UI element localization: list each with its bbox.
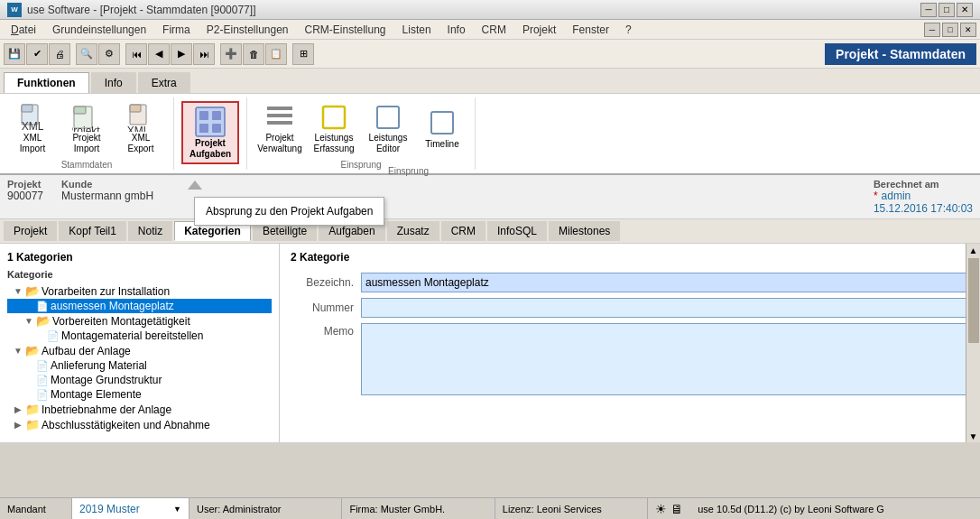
right-panel: 2 Kategorie Bezeichn. Nummer Memo: [280, 244, 980, 442]
tab-zusatz[interactable]: Zusatz: [387, 221, 439, 241]
stammdaten-label: Stammdaten: [61, 158, 113, 170]
menu-info[interactable]: Info: [440, 22, 473, 38]
folder-icon2: 📂: [36, 314, 51, 328]
folder-icon4: 📁: [25, 403, 40, 416]
tree-item-inbetriebnahme[interactable]: ▶ 📁 Inbetriebnahme der Anlage: [7, 402, 272, 417]
memo-textarea[interactable]: [361, 323, 969, 395]
menu-crmeinstellung[interactable]: CRM-Einstellung: [298, 22, 393, 38]
svg-rect-17: [323, 107, 345, 128]
svg-rect-16: [267, 121, 292, 125]
tree-item-vorarbeiten[interactable]: ▼ 📂 Vorarbeiten zur Installation: [7, 283, 272, 299]
menu-datei[interactable]: Datei: [4, 22, 43, 38]
tab-milestones[interactable]: Milestones: [549, 221, 620, 241]
toolbar-max-button[interactable]: □: [942, 23, 958, 37]
tab-crm[interactable]: CRM: [441, 221, 485, 241]
mandant-dropdown-icon[interactable]: ▼: [173, 505, 181, 514]
tb-print[interactable]: 🖨: [49, 43, 70, 65]
menu-listen[interactable]: Listen: [395, 22, 439, 38]
tree-item-aufbau[interactable]: ▼ 📂 Aufbau der Anlage: [7, 343, 272, 358]
tree-label: Kategorie: [7, 269, 272, 280]
user-value: User: Administrator: [190, 498, 342, 519]
tb-search[interactable]: 🔍: [76, 43, 97, 65]
expand-vorarbeiten[interactable]: ▼: [13, 286, 23, 297]
btn-projekt-verwaltung[interactable]: Projekt Verwaltung: [254, 99, 305, 157]
star: *: [874, 190, 878, 202]
maximize-button[interactable]: □: [938, 3, 955, 17]
svg-text:XML: XML: [22, 120, 44, 132]
bezeichn-input[interactable]: [361, 273, 969, 292]
tb-prev[interactable]: ◀: [148, 43, 170, 65]
tab-infosql[interactable]: InfoSQL: [487, 221, 547, 241]
btn-timeline[interactable]: Timeline: [417, 99, 467, 157]
btn-xml-import[interactable]: XML XML Import: [7, 99, 58, 157]
projekt-label: Projekt: [7, 179, 43, 190]
tab-funktionen[interactable]: Funktionen: [4, 72, 89, 93]
toolbar-close-button[interactable]: ✕: [960, 23, 976, 37]
folder-icon: 📂: [25, 284, 40, 298]
tab-info[interactable]: Info: [91, 72, 136, 93]
tree-item-anlieferung[interactable]: ▸ 📄 Anlieferung Material: [7, 358, 272, 373]
leistungs-editor-icon: [372, 102, 404, 133]
right-panel-title: 2 Kategorie: [291, 251, 969, 264]
tb-last[interactable]: ⏭: [193, 43, 215, 65]
menu-p2einstellungen[interactable]: P2-Einstellungen: [199, 22, 296, 38]
bezeichn-label: Bezeichn.: [291, 276, 354, 289]
tree-item-montage-grundstruktur[interactable]: ▸ 📄 Montage Grundstruktur: [7, 373, 272, 387]
doc-icon5: 📄: [36, 389, 49, 401]
toolbar-min-button[interactable]: ─: [924, 23, 940, 37]
close-button[interactable]: ✕: [957, 3, 973, 17]
tree-item-vorbereiten[interactable]: ▼ 📂 Vorbereiten Montagetätigkeit: [7, 313, 272, 329]
ribbon-panel: XML XML Import Projekt Projekt Import XM…: [0, 94, 980, 175]
tab-extra[interactable]: Extra: [138, 72, 190, 93]
ribbon-group-einsprung: Projekt Verwaltung Leistungs Erfassung L…: [254, 97, 476, 170]
tab-notiz[interactable]: Notiz: [128, 221, 172, 241]
expand-aufbau[interactable]: ▼: [13, 346, 23, 357]
menu-firma[interactable]: Firma: [155, 22, 198, 38]
status-bar: Mandant 2019 Muster ▼ User: Administrato…: [0, 497, 980, 519]
tb-first[interactable]: ⏮: [125, 43, 147, 65]
tb-delete[interactable]: 🗑: [243, 43, 264, 65]
svg-text:Projekt: Projekt: [72, 125, 100, 132]
menu-projekt[interactable]: Projekt: [515, 22, 563, 38]
tree-item-abschluss[interactable]: ▶ 📁 Abschlusstätigkeiten und Abnahme: [7, 417, 272, 432]
mandant-value[interactable]: 2019 Muster ▼: [72, 498, 190, 519]
minimize-button[interactable]: ─: [920, 3, 937, 17]
nummer-input[interactable]: [361, 298, 969, 318]
admin-value[interactable]: admin: [882, 190, 911, 202]
doc-icon: 📄: [36, 301, 49, 312]
menu-fenster[interactable]: Fenster: [565, 22, 616, 38]
montagematerial-text: Montagematerial bereitstellen: [61, 329, 203, 342]
ribbon-group-stammdaten: XML XML Import Projekt Projekt Import XM…: [7, 97, 174, 170]
expand-inbetriebnahme[interactable]: ▶: [13, 404, 23, 415]
tb-next[interactable]: ▶: [171, 43, 192, 65]
header-title: Projekt - Stammdaten: [825, 43, 976, 65]
menu-crm[interactable]: CRM: [475, 22, 513, 38]
timeline-icon: [426, 107, 458, 139]
tree-item-ausmessen[interactable]: ▸ 📄 ausmessen Montageplatz: [7, 299, 272, 313]
btn-leistungs-erfassung[interactable]: Leistungs Erfassung: [309, 99, 359, 157]
scroll-thumb[interactable]: [968, 258, 979, 343]
tb-copy[interactable]: 📋: [265, 43, 287, 65]
btn-xml-export[interactable]: XML XML Export: [116, 99, 166, 157]
projekt-verwaltung-icon: [263, 102, 296, 133]
expand-abschluss[interactable]: ▶: [13, 420, 23, 431]
tb-grid[interactable]: ⊞: [292, 43, 314, 65]
app-icon: W: [7, 3, 22, 17]
tb-filter[interactable]: ⚙: [98, 43, 120, 65]
tb-new[interactable]: ➕: [220, 43, 242, 65]
scroll-up-arrow[interactable]: ▲: [967, 244, 980, 256]
tree-item-montage-elemente[interactable]: ▸ 📄 Montage Elemente: [7, 387, 272, 402]
menu-help[interactable]: ?: [618, 22, 639, 38]
tab-kopf-teil1[interactable]: Kopf Teil1: [59, 221, 125, 241]
expand-vorbereiten[interactable]: ▼: [23, 316, 34, 327]
tab-projekt[interactable]: Projekt: [4, 221, 57, 241]
right-scrollbar[interactable]: ▲ ▼: [966, 244, 980, 442]
tb-check[interactable]: ✔: [26, 43, 48, 65]
btn-projekt-aufgaben[interactable]: Projekt Aufgaben: [181, 101, 239, 164]
tree-item-montagematerial[interactable]: ▸ 📄 Montagematerial bereitstellen: [7, 329, 272, 343]
menu-grundeinstellungen[interactable]: Grundeinstellungen: [45, 22, 153, 38]
tb-save[interactable]: 💾: [4, 43, 25, 65]
btn-leistungs-editor[interactable]: Leistungs Editor: [363, 99, 413, 157]
btn-projekt-import[interactable]: Projekt Projekt Import: [61, 99, 112, 157]
scroll-down-arrow[interactable]: ▼: [967, 430, 980, 442]
